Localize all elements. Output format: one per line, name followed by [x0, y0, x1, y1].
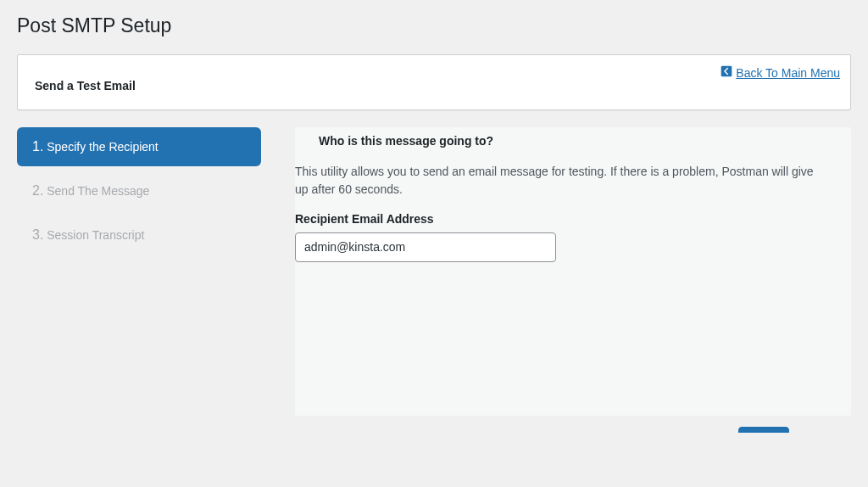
recipient-email-input[interactable]	[295, 232, 556, 262]
step-number: 1.	[32, 139, 43, 154]
step-label: Session Transcript	[47, 228, 144, 242]
next-button[interactable]: Next	[738, 427, 790, 433]
step-label: Specify the Recipient	[47, 140, 159, 154]
content-description: This utility allows you to send an email…	[295, 163, 851, 199]
wizard-button-row: Next Finish	[738, 427, 851, 433]
steps-sidebar: 1. Specify the Recipient 2. Send The Mes…	[17, 127, 261, 260]
back-to-main-menu-link[interactable]: Back To Main Menu	[721, 65, 840, 80]
wizard-content: Who is this message going to? This utili…	[295, 127, 851, 416]
recipient-email-label: Recipient Email Address	[295, 212, 851, 226]
step-send-message[interactable]: 2. Send The Message	[17, 171, 261, 210]
svg-rect-0	[721, 66, 732, 77]
back-link-label: Back To Main Menu	[736, 66, 840, 80]
arrow-left-icon	[721, 65, 732, 80]
step-number: 2.	[32, 183, 43, 198]
wizard-container: 1. Specify the Recipient 2. Send The Mes…	[17, 127, 851, 416]
step-label: Send The Message	[47, 184, 149, 198]
step-number: 3.	[32, 227, 43, 242]
section-title: Send a Test Email	[35, 79, 833, 92]
page-title: Post SMTP Setup	[17, 13, 851, 42]
step-specify-recipient[interactable]: 1. Specify the Recipient	[17, 127, 261, 166]
step-session-transcript[interactable]: 3. Session Transcript	[17, 216, 261, 255]
content-heading: Who is this message going to?	[295, 127, 851, 163]
finish-button: Finish	[804, 428, 851, 433]
header-panel: Back To Main Menu Send a Test Email	[17, 54, 851, 110]
